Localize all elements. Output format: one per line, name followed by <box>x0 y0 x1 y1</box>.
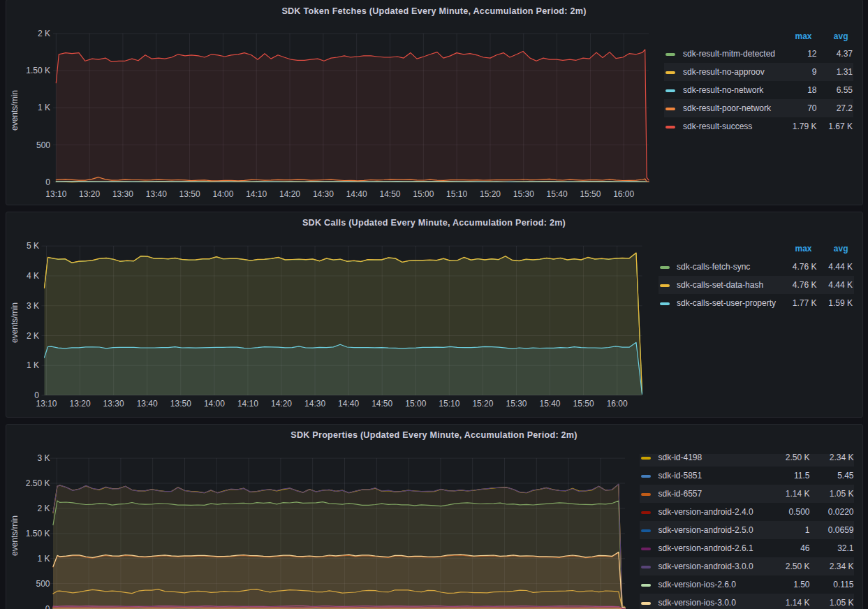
svg-text:1.50 K: 1.50 K <box>26 529 50 538</box>
svg-text:13:30: 13:30 <box>112 189 133 199</box>
svg-text:15:50: 15:50 <box>580 189 601 199</box>
svg-text:15:50: 15:50 <box>573 399 594 409</box>
svg-text:15:30: 15:30 <box>506 399 527 409</box>
svg-text:13:40: 13:40 <box>146 189 167 199</box>
svg-text:5 K: 5 K <box>27 241 39 251</box>
svg-text:3 K: 3 K <box>37 453 50 463</box>
svg-text:15:30: 15:30 <box>513 189 534 199</box>
svg-text:16:00: 16:00 <box>613 189 634 199</box>
svg-text:events/min: events/min <box>10 302 20 343</box>
svg-text:1 K: 1 K <box>37 554 50 564</box>
svg-text:16:00: 16:00 <box>607 399 628 409</box>
svg-text:1 K: 1 K <box>38 103 50 112</box>
svg-text:13:20: 13:20 <box>70 399 91 409</box>
svg-text:15:40: 15:40 <box>547 189 568 199</box>
svg-text:2 K: 2 K <box>37 504 50 513</box>
svg-text:13:10: 13:10 <box>36 399 57 409</box>
svg-text:0: 0 <box>45 177 50 187</box>
svg-text:14:00: 14:00 <box>212 189 233 199</box>
svg-text:15:10: 15:10 <box>446 189 467 199</box>
svg-text:500: 500 <box>36 579 50 589</box>
svg-text:3 K: 3 K <box>27 301 39 311</box>
svg-text:15:40: 15:40 <box>539 399 560 409</box>
svg-text:0: 0 <box>45 604 50 609</box>
svg-text:14:10: 14:10 <box>246 189 267 199</box>
svg-text:14:00: 14:00 <box>204 399 225 409</box>
svg-text:15:00: 15:00 <box>405 399 426 409</box>
svg-text:14:40: 14:40 <box>346 189 367 199</box>
svg-text:2 K: 2 K <box>27 331 39 341</box>
svg-text:15:20: 15:20 <box>472 399 493 409</box>
svg-text:13:30: 13:30 <box>103 399 124 409</box>
svg-text:events/min: events/min <box>10 90 20 131</box>
svg-text:14:10: 14:10 <box>237 399 258 409</box>
svg-text:14:30: 14:30 <box>313 189 334 199</box>
svg-text:15:20: 15:20 <box>480 189 501 199</box>
svg-text:1.50 K: 1.50 K <box>26 66 50 75</box>
svg-text:13:10: 13:10 <box>45 189 66 199</box>
svg-text:13:50: 13:50 <box>170 399 191 409</box>
svg-text:events/min: events/min <box>10 515 20 556</box>
svg-text:15:00: 15:00 <box>413 189 434 199</box>
svg-text:13:40: 13:40 <box>137 399 158 409</box>
svg-text:2 K: 2 K <box>38 29 50 38</box>
svg-text:14:50: 14:50 <box>372 399 392 409</box>
svg-text:2.50 K: 2.50 K <box>26 478 50 488</box>
svg-text:15:10: 15:10 <box>439 399 459 409</box>
svg-text:500: 500 <box>36 140 50 150</box>
svg-text:13:20: 13:20 <box>79 189 100 199</box>
svg-text:14:20: 14:20 <box>271 399 292 409</box>
svg-text:13:50: 13:50 <box>179 189 200 199</box>
svg-text:14:30: 14:30 <box>304 399 325 409</box>
svg-text:14:40: 14:40 <box>338 399 359 409</box>
svg-text:14:20: 14:20 <box>279 189 300 199</box>
svg-text:1 K: 1 K <box>27 360 39 370</box>
svg-text:14:50: 14:50 <box>379 189 400 199</box>
svg-text:4 K: 4 K <box>27 271 39 281</box>
